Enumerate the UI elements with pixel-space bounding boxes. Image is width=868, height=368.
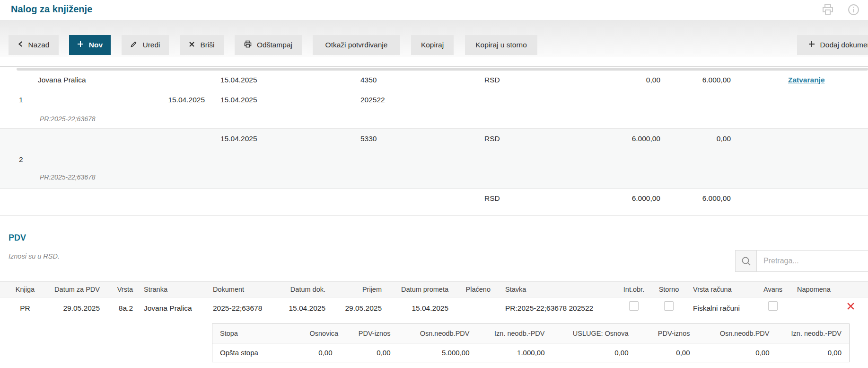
info-icon[interactable] [848, 4, 859, 18]
pdv-rates-header-row: Stopa Osnovica PDV-iznos Osn.neodb.PDV I… [212, 324, 850, 343]
journal-row-credit: 0,00 [662, 135, 731, 143]
new-button[interactable]: Nov [69, 35, 111, 55]
page-title: Nalog za knjiženje [11, 4, 92, 15]
journal-row-currency: RSD [484, 135, 500, 143]
avans-checkbox[interactable] [768, 301, 778, 311]
plus-icon [77, 41, 84, 49]
rates-usluge-osn-neodb-pdv: 0,00 [698, 343, 777, 362]
int-obr-checkbox[interactable] [629, 301, 639, 311]
edit-button-label: Uredi [142, 41, 160, 49]
pdv-datum-za-pdv: 29.05.2025 [47, 304, 100, 313]
col-header-placeno: Plaćeno [457, 282, 491, 297]
rates-usluge-pdv-iznos: 0,00 [636, 343, 698, 362]
rates-stopa: Opšta stopa [212, 343, 302, 362]
pdv-vrsta-racuna: Fiskalni računi [693, 304, 754, 313]
print-button-label: Odštampaj [257, 41, 292, 49]
rates-usluge-izn-neodb-pdv: 0,00 [777, 343, 850, 362]
totals-credit: 6.000,00 [662, 194, 731, 203]
journal-row-currency: RSD [484, 76, 500, 84]
plus-icon [808, 41, 815, 49]
journal-row-debit: 0,00 [591, 76, 660, 84]
add-document-button[interactable]: Dodaj dokument [797, 35, 868, 55]
copy-button-label: Kopiraj [421, 41, 444, 49]
col-header-int-obr: Int.obr. [619, 282, 649, 297]
copy-button[interactable]: Kopiraj [411, 35, 454, 55]
journal-row-number: 1 [19, 96, 23, 104]
totals-currency: RSD [484, 194, 500, 203]
pdv-table-row[interactable]: PR 29.05.2025 8a.2 Jovana Pralica 2025-2… [0, 297, 868, 322]
delete-row-icon[interactable] [847, 302, 855, 312]
pdv-datum-prometa: 15.04.2025 [392, 304, 448, 313]
horizontal-scrollbar[interactable] [17, 68, 868, 71]
rates-col-usluge-osnova: USLUGE: Osnova [552, 324, 636, 343]
pdv-search [735, 250, 868, 272]
journal-row-date: 15.04.2025 [220, 76, 257, 84]
chevron-left-icon [18, 41, 23, 49]
pdv-table-header: Knjiga Datum za PDV Vrsta Stranka Dokume… [0, 281, 868, 297]
pdv-prijem: 29.05.2025 [330, 304, 382, 313]
pdv-stavka: PR:2025-22;63678 202522 [505, 304, 619, 313]
edit-button[interactable]: Uredi [122, 35, 169, 55]
col-header-avans: Avans [758, 282, 788, 297]
print-icon[interactable] [822, 3, 834, 18]
back-button-label: Nazad [28, 41, 50, 49]
rates-col-usluge-izn-neodb-pdv: Izn. neodb.-PDV [777, 324, 850, 343]
pdv-stranka: Jovana Pralica [144, 304, 210, 313]
journal-totals-row: RSD 6.000,00 6.000,00 [0, 189, 868, 216]
rates-col-usluge-pdv-iznos: PDV-iznos [636, 324, 698, 343]
col-header-prijem: Prijem [330, 282, 382, 297]
cancel-confirmation-button[interactable]: Otkaži potvrđivanje [313, 35, 400, 55]
pdv-section-heading: PDV [9, 233, 26, 243]
journal-row-stranka: Jovana Pralica [38, 76, 86, 84]
journal-row-date-a: 15.04.2025 [148, 96, 205, 104]
rates-col-pdv-iznos: PDV-iznos [340, 324, 398, 343]
pdv-rates-table: Stopa Osnovica PDV-iznos Osn.neodb.PDV I… [212, 323, 850, 362]
rates-izn-neodb-pdv: 1.000,00 [477, 343, 552, 362]
rates-osn-neodb-pdv: 5.000,00 [398, 343, 477, 362]
col-header-datum-za-pdv: Datum za PDV [47, 282, 100, 297]
journal-row-1[interactable]: Jovana Pralica 15.04.2025 4350 RSD 0,00 … [0, 71, 868, 128]
rates-col-stopa: Stopa [212, 324, 302, 343]
pencil-icon [130, 41, 137, 50]
search-input[interactable] [757, 250, 868, 272]
rates-col-osnovica: Osnovica [302, 324, 340, 343]
journal-row-date: 15.04.2025 [220, 135, 257, 143]
col-header-knjiga: Knjiga [11, 282, 39, 297]
col-header-storno: Storno [654, 282, 684, 297]
copy-to-storno-label: Kopiraj u storno [475, 41, 527, 49]
zatvaranje-link[interactable]: Zatvaranje [788, 76, 825, 84]
delete-button[interactable]: Briši [180, 35, 224, 55]
back-button[interactable]: Nazad [9, 35, 59, 55]
journal-row-credit: 6.000,00 [662, 76, 731, 84]
x-icon [189, 41, 195, 49]
divider [0, 66, 868, 67]
app-header: Nalog za knjiženje [0, 0, 868, 20]
search-icon[interactable] [735, 250, 757, 272]
col-header-stavka: Stavka [505, 282, 619, 297]
col-header-vrsta-racuna: Vrsta računa [693, 282, 754, 297]
rates-osnovica: 0,00 [302, 343, 340, 362]
col-header-napomena: Napomena [797, 282, 844, 297]
rates-pdv-iznos: 0,00 [340, 343, 398, 362]
new-button-label: Nov [89, 41, 103, 49]
journal-row-2[interactable]: 15.04.2025 5330 RSD 6.000,00 0,00 2 PR:2… [0, 128, 868, 189]
journal-row-note: PR:2025-22;63678 [40, 115, 96, 123]
rates-col-usluge-osn-neodb-pdv: Osn.neodb.PDV [698, 324, 777, 343]
journal-row-konto: 4350 [360, 76, 377, 84]
pdv-datum-dok: 15.04.2025 [273, 304, 325, 313]
col-header-datum-dok: Datum dok. [273, 282, 325, 297]
printer-icon [244, 40, 252, 50]
storno-checkbox[interactable] [664, 301, 674, 311]
add-document-label: Dodaj dokument [820, 41, 868, 49]
copy-to-storno-button[interactable]: Kopiraj u storno [465, 35, 537, 55]
pdv-amounts-note: Iznosi su u RSD. [9, 252, 60, 260]
journal-row-debit: 6.000,00 [591, 135, 660, 143]
pdv-rates-data-row[interactable]: Opšta stopa 0,00 0,00 5.000,00 1.000,00 … [212, 343, 850, 362]
pdv-vrsta: 8a.2 [107, 304, 133, 313]
print-button[interactable]: Odštampaj [235, 35, 302, 55]
cancel-confirmation-label: Otkaži potvrđivanje [325, 41, 388, 49]
col-header-stranka: Stranka [144, 282, 210, 297]
col-header-vrsta: Vrsta [107, 282, 133, 297]
rates-col-osn-neodb-pdv: Osn.neodb.PDV [398, 324, 477, 343]
rates-usluge-osnova: 0,00 [552, 343, 636, 362]
